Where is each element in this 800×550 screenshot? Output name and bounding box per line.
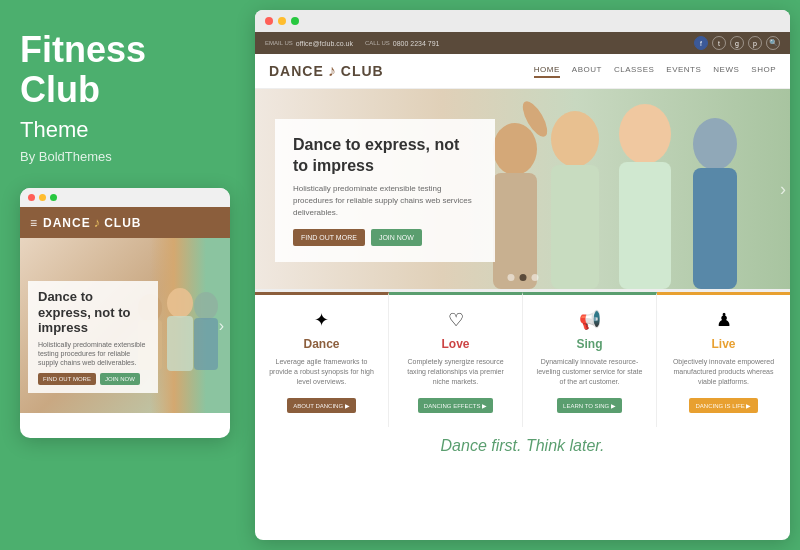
live-card: ♟ Live Objectively innovate empowered ma… bbox=[657, 292, 790, 427]
love-icon: ♡ bbox=[401, 309, 510, 331]
hero-title: Dance to express, not to impress bbox=[293, 135, 477, 177]
desktop-dot-yellow bbox=[278, 17, 286, 25]
mobile-hero-overlay: Dance to express, not to impress Holisti… bbox=[28, 281, 158, 393]
nav-links: HOME ABOUT CLASSES EVENTS NEWS SHOP bbox=[534, 65, 776, 78]
hero-text-box: Dance to express, not to impress Holisti… bbox=[275, 119, 495, 262]
svg-point-2 bbox=[167, 288, 193, 318]
love-card: ♡ Love Completely synergize resource tax… bbox=[389, 292, 523, 427]
site-logo: DANCE ♪ CLUB bbox=[269, 62, 384, 80]
nav-news[interactable]: NEWS bbox=[713, 65, 739, 78]
social-links: f t g p 🔍 bbox=[694, 36, 780, 50]
live-card-button[interactable]: DANCING IS LIFE ▶ bbox=[689, 398, 757, 413]
mobile-dot-green bbox=[50, 194, 57, 201]
hero-dot-2[interactable] bbox=[519, 274, 526, 281]
bottom-tagline: Dance first. Think later. bbox=[255, 427, 790, 465]
app-subtitle: Theme bbox=[20, 117, 225, 143]
desktop-dot-green bbox=[291, 17, 299, 25]
svg-point-13 bbox=[693, 118, 737, 170]
nav-about[interactable]: ABOUT bbox=[572, 65, 602, 78]
svg-point-4 bbox=[194, 292, 218, 320]
mobile-hero-title: Dance to express, not to impress bbox=[38, 289, 148, 336]
mobile-dot-red bbox=[28, 194, 35, 201]
phone-info: CALL US 0800 2234 791 bbox=[365, 40, 440, 47]
logo-dance-text: DANCE bbox=[269, 63, 324, 79]
hero-dot-1[interactable] bbox=[507, 274, 514, 281]
hero-slide-indicators bbox=[507, 274, 538, 281]
mobile-dot-yellow bbox=[39, 194, 46, 201]
dance-icon: ✦ bbox=[267, 309, 376, 331]
desktop-dot-red bbox=[265, 17, 273, 25]
nav-classes[interactable]: CLASSES bbox=[614, 65, 654, 78]
sing-card: 📢 Sing Dynamically innovate resource-lev… bbox=[523, 292, 657, 427]
join-now-button[interactable]: JOIN NOW bbox=[371, 229, 422, 246]
mobile-hero: Dance to express, not to impress Holisti… bbox=[20, 238, 230, 413]
hero-next-slide-button[interactable]: › bbox=[780, 179, 786, 200]
email-value: office@fclub.co.uk bbox=[296, 40, 353, 47]
sing-icon: 📢 bbox=[535, 309, 644, 331]
sing-card-button[interactable]: LEARN TO SING ▶ bbox=[557, 398, 622, 413]
dance-card-title: Dance bbox=[267, 337, 376, 351]
sing-card-title: Sing bbox=[535, 337, 644, 351]
left-panel: Fitness Club Theme By BoldThemes ≡ DANCE… bbox=[0, 0, 245, 550]
mobile-hero-desc: Holistically predominate extensible test… bbox=[38, 340, 148, 367]
logo-club-text: CLUB bbox=[341, 63, 384, 79]
email-label: EMAIL US bbox=[265, 40, 293, 46]
search-icon[interactable]: 🔍 bbox=[766, 36, 780, 50]
svg-point-9 bbox=[551, 111, 599, 167]
desktop-titlebar bbox=[255, 10, 790, 32]
nav-events[interactable]: EVENTS bbox=[666, 65, 701, 78]
hero-description: Holistically predominate extensible test… bbox=[293, 183, 477, 219]
app-by: By BoldThemes bbox=[20, 149, 225, 164]
mobile-nav: ≡ DANCE ♪ CLUB bbox=[20, 207, 230, 238]
mobile-join-now-button[interactable]: JOIN NOW bbox=[100, 373, 140, 385]
mobile-mockup: ≡ DANCE ♪ CLUB Dance to expr bbox=[20, 188, 230, 438]
svg-rect-10 bbox=[551, 165, 599, 289]
svg-rect-8 bbox=[493, 173, 537, 289]
live-card-desc: Objectively innovate empowered manufactu… bbox=[669, 357, 778, 386]
find-out-more-button[interactable]: FIND OUT MORE bbox=[293, 229, 365, 246]
dance-card-button[interactable]: ABOUT DANCING ▶ bbox=[287, 398, 356, 413]
svg-point-11 bbox=[619, 104, 671, 164]
love-card-button[interactable]: DANCING EFFECTS ▶ bbox=[418, 398, 493, 413]
sing-card-desc: Dynamically innovate resource-leveling c… bbox=[535, 357, 644, 386]
live-card-title: Live bbox=[669, 337, 778, 351]
live-icon: ♟ bbox=[669, 309, 778, 331]
dance-card: ✦ Dance Leverage agile frameworks to pro… bbox=[255, 292, 389, 427]
desktop-topbar: EMAIL US office@fclub.co.uk CALL US 0800… bbox=[255, 32, 790, 54]
dancer-icon: ♪ bbox=[94, 215, 102, 230]
svg-rect-5 bbox=[194, 318, 218, 370]
mobile-hero-buttons: FIND OUT MORE JOIN NOW bbox=[38, 373, 148, 385]
nav-shop[interactable]: SHOP bbox=[751, 65, 776, 78]
hamburger-icon[interactable]: ≡ bbox=[30, 216, 37, 230]
cards-section: ✦ Dance Leverage agile frameworks to pro… bbox=[255, 289, 790, 427]
topbar-contact-info: EMAIL US office@fclub.co.uk CALL US 0800… bbox=[265, 40, 440, 47]
mobile-next-slide-button[interactable]: › bbox=[219, 317, 224, 335]
google-plus-icon[interactable]: g bbox=[730, 36, 744, 50]
svg-rect-14 bbox=[693, 168, 737, 289]
twitter-icon[interactable]: t bbox=[712, 36, 726, 50]
nav-home[interactable]: HOME bbox=[534, 65, 560, 78]
pinterest-icon[interactable]: p bbox=[748, 36, 762, 50]
hero-dot-3[interactable] bbox=[531, 274, 538, 281]
love-card-desc: Completely synergize resource taxing rel… bbox=[401, 357, 510, 386]
email-info: EMAIL US office@fclub.co.uk bbox=[265, 40, 353, 47]
desktop-main-nav: DANCE ♪ CLUB HOME ABOUT CLASSES EVENTS N… bbox=[255, 54, 790, 89]
love-card-title: Love bbox=[401, 337, 510, 351]
phone-value: 0800 2234 791 bbox=[393, 40, 440, 47]
hero-section: Dance to express, not to impress Holisti… bbox=[255, 89, 790, 289]
svg-rect-3 bbox=[167, 316, 193, 371]
hero-buttons: FIND OUT MORE JOIN NOW bbox=[293, 229, 477, 246]
mobile-titlebar bbox=[20, 188, 230, 207]
svg-point-7 bbox=[493, 123, 537, 175]
dance-card-desc: Leverage agile frameworks to provide a r… bbox=[267, 357, 376, 386]
logo-dancer-icon: ♪ bbox=[328, 62, 337, 80]
mobile-logo: DANCE ♪ CLUB bbox=[43, 215, 142, 230]
app-title: Fitness Club bbox=[20, 30, 225, 109]
svg-rect-12 bbox=[619, 162, 671, 289]
phone-label: CALL US bbox=[365, 40, 390, 46]
facebook-icon[interactable]: f bbox=[694, 36, 708, 50]
desktop-mockup: EMAIL US office@fclub.co.uk CALL US 0800… bbox=[255, 10, 790, 540]
mobile-find-out-more-button[interactable]: FIND OUT MORE bbox=[38, 373, 96, 385]
